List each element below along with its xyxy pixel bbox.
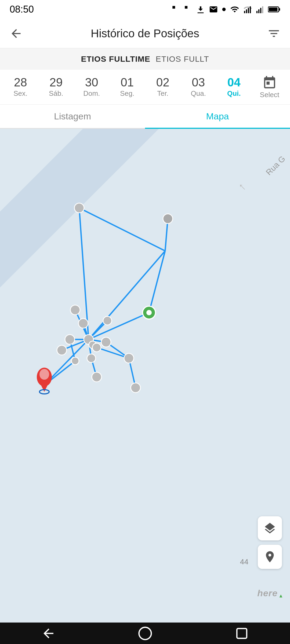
svg-point-49 (71, 357, 79, 365)
date-label-28: Sex. (13, 89, 27, 98)
tab-listagem[interactable]: Listagem (0, 105, 145, 128)
nav-bar (0, 623, 290, 644)
svg-point-42 (92, 343, 101, 352)
vehicle-name-short: ETIOS FULLT (156, 54, 209, 64)
signal2-icon (256, 5, 265, 14)
layers-icon (263, 522, 277, 535)
svg-rect-13 (269, 8, 278, 11)
road-node (163, 214, 173, 224)
date-label-04: Qui. (227, 89, 241, 98)
date-item-28[interactable]: 28 Sex. (4, 74, 37, 100)
app-bar: Histórico de Posições (0, 19, 290, 48)
date-item-04[interactable]: 04 Qui. (218, 74, 250, 100)
date-select-label: Select (260, 91, 279, 99)
email-icon (208, 5, 219, 14)
svg-point-48 (131, 383, 140, 393)
svg-rect-3 (244, 11, 245, 13)
date-item-01[interactable]: 01 Seg. (111, 74, 143, 100)
back-button[interactable] (8, 25, 24, 42)
svg-rect-0 (172, 6, 175, 9)
battery-icon (268, 5, 280, 14)
svg-point-56 (163, 214, 173, 224)
date-item-02[interactable]: 02 Ter. (147, 74, 179, 100)
locate-icon (263, 550, 277, 564)
svg-point-53 (39, 369, 49, 380)
date-num-03: 03 (192, 76, 205, 88)
date-item-29[interactable]: 29 Sáb. (40, 74, 72, 100)
vehicle-name-bold: ETIOS FULLTIME (81, 54, 150, 64)
svg-point-35 (74, 203, 84, 213)
nav-back-icon (41, 626, 56, 641)
nav-home-button[interactable] (134, 627, 156, 640)
date-label-30: Dom. (83, 89, 100, 98)
scale-label: 44 (240, 558, 248, 566)
download-icon (196, 5, 205, 14)
signal1-icon (243, 5, 252, 14)
layers-button[interactable] (258, 516, 282, 540)
date-num-28: 28 (14, 76, 27, 88)
svg-point-36 (65, 335, 75, 344)
svg-point-39 (78, 319, 88, 328)
svg-rect-1 (185, 6, 187, 9)
svg-point-2 (222, 8, 226, 11)
svg-line-19 (89, 313, 149, 339)
map-controls (258, 516, 282, 569)
svg-rect-9 (260, 8, 261, 13)
svg-rect-10 (262, 6, 263, 13)
date-item-03[interactable]: 03 Qua. (182, 74, 215, 100)
date-select-button[interactable]: Select (253, 75, 286, 99)
nav-back-button[interactable] (38, 627, 59, 640)
here-watermark: here (257, 588, 283, 598)
svg-point-43 (101, 337, 111, 347)
route-lines (44, 208, 168, 388)
tab-mapa[interactable]: Mapa (145, 105, 290, 128)
date-label-02: Ter. (157, 89, 168, 98)
date-num-02: 02 (156, 76, 169, 88)
filter-button[interactable] (266, 25, 282, 42)
map-container[interactable]: Rua G ← (0, 129, 290, 623)
date-num-30: 30 (85, 76, 98, 88)
status-bar: 08:50 (0, 0, 290, 19)
date-num-29: 29 (49, 76, 63, 88)
svg-point-46 (92, 372, 102, 382)
date-label-29: Sáb. (49, 89, 63, 98)
notification2-icon (184, 5, 193, 14)
nav-recent-icon (234, 626, 249, 641)
status-icons (171, 5, 280, 14)
svg-rect-7 (256, 11, 258, 13)
date-num-01: 01 (121, 76, 134, 88)
svg-point-51 (146, 310, 152, 315)
here-text: here (257, 588, 278, 598)
svg-rect-6 (250, 6, 251, 13)
nav-recent-button[interactable] (231, 627, 252, 640)
svg-point-47 (124, 353, 134, 363)
page-title: Histórico de Posições (91, 27, 199, 40)
svg-point-37 (57, 345, 67, 355)
date-label-01: Seg. (120, 89, 135, 98)
svg-marker-57 (280, 595, 282, 598)
here-dot-icon (278, 594, 283, 598)
svg-point-45 (87, 354, 96, 363)
status-time: 08:50 (10, 4, 34, 15)
svg-point-58 (139, 627, 151, 639)
green-marker (143, 306, 155, 319)
date-picker: 28 Sex. 29 Sáb. 30 Dom. 01 Seg. 02 Ter. … (0, 70, 290, 105)
red-marker (37, 368, 52, 394)
svg-rect-59 (237, 628, 247, 638)
tabs: Listagem Mapa (0, 105, 290, 129)
svg-rect-8 (258, 9, 259, 13)
calendar-icon (262, 75, 278, 90)
svg-point-44 (103, 316, 112, 325)
date-item-30[interactable]: 30 Dom. (75, 74, 108, 100)
route-svg (0, 129, 290, 623)
notification-icon (171, 5, 180, 14)
dot-icon (222, 7, 226, 12)
svg-rect-5 (248, 8, 249, 13)
svg-rect-4 (246, 9, 247, 13)
wifi-icon (229, 5, 240, 14)
date-label-03: Qua. (191, 89, 206, 98)
svg-rect-12 (279, 8, 280, 11)
svg-line-18 (79, 208, 165, 251)
locate-button[interactable] (258, 545, 282, 569)
svg-point-38 (70, 305, 80, 315)
